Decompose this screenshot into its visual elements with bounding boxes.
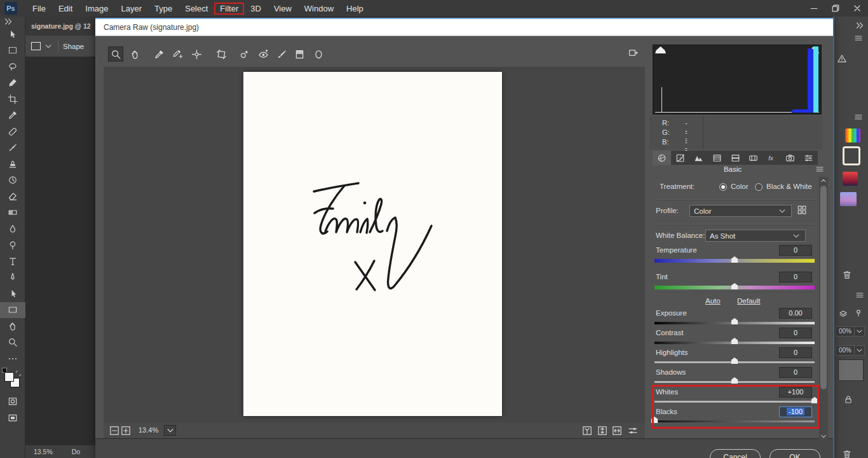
treatment-bw-radio[interactable]: [755, 183, 763, 191]
tab-basic[interactable]: [653, 151, 671, 165]
transform-tool[interactable]: [214, 46, 229, 62]
chevron-down-icon[interactable]: [855, 326, 865, 337]
shape-mode-dropdown[interactable]: Shape: [63, 43, 84, 50]
treatment-bw-label[interactable]: Black & White: [766, 183, 812, 190]
blacks-slider-track[interactable]: [654, 420, 815, 422]
temperature-value-field[interactable]: 0: [779, 245, 812, 256]
type-tool[interactable]: [0, 253, 25, 270]
menu-select[interactable]: Select: [179, 3, 214, 15]
dodge-tool[interactable]: [0, 237, 25, 254]
lasso-tool[interactable]: [0, 59, 25, 75]
hand-tool[interactable]: [0, 318, 25, 335]
scroll-down-icon[interactable]: [819, 433, 828, 440]
foreground-color-swatch[interactable]: [4, 372, 14, 382]
chevron-down-icon[interactable]: [43, 41, 53, 52]
expand-panels-icon[interactable]: [855, 20, 865, 31]
rectangle-tool-preset-icon[interactable]: [31, 42, 41, 50]
highlights-slider-thumb[interactable]: [731, 357, 738, 364]
history-brush-tool[interactable]: [0, 172, 25, 189]
gradient-tool[interactable]: [0, 205, 25, 221]
red-eye-tool[interactable]: [255, 46, 271, 62]
spot-removal-tool[interactable]: [236, 46, 252, 62]
panel-menu-icon[interactable]: [815, 164, 825, 174]
menu-type[interactable]: Type: [148, 3, 179, 15]
healing-brush-tool[interactable]: [0, 123, 25, 140]
chevron-down-icon[interactable]: [855, 345, 865, 356]
blacks-slider-thumb[interactable]: [651, 417, 658, 423]
document-tab[interactable]: signature.jpg @ 12: [25, 17, 95, 36]
highlights-slider-track[interactable]: [654, 361, 815, 363]
eraser-tool[interactable]: [0, 188, 25, 205]
color-sampler-tool[interactable]: [170, 46, 185, 62]
gradient-swatch-white[interactable]: [843, 146, 860, 165]
contrast-slider-track[interactable]: [654, 342, 815, 344]
shadows-slider-thumb[interactable]: [731, 377, 738, 384]
tab-presets[interactable]: [799, 151, 818, 165]
contrast-value-field[interactable]: 0: [779, 328, 812, 338]
layer-thumbnail[interactable]: [838, 359, 864, 381]
preview-preferences-icon[interactable]: [628, 426, 638, 436]
shadow-clipping-icon[interactable]: [655, 46, 666, 53]
profile-browser-icon[interactable]: [797, 205, 807, 215]
gradient-swatch-purple[interactable]: [840, 192, 857, 206]
tab-camera-calibration[interactable]: [781, 151, 799, 165]
layers-icon[interactable]: [838, 309, 848, 319]
default-link[interactable]: Default: [737, 297, 760, 305]
fill-value[interactable]: 00%: [836, 345, 855, 356]
quick-selection-tool[interactable]: [0, 75, 25, 92]
path-selection-tool[interactable]: [0, 286, 25, 302]
quick-mask-button[interactable]: [0, 394, 25, 410]
treatment-color-label[interactable]: Color: [731, 183, 748, 190]
scroll-up-icon[interactable]: [819, 177, 828, 184]
radial-filter-tool[interactable]: [311, 46, 326, 62]
panel-menu-icon[interactable]: [853, 112, 864, 122]
delete-layer-icon[interactable]: [842, 449, 852, 458]
exposure-slider-thumb[interactable]: [731, 318, 738, 324]
image-preview-area[interactable]: [104, 67, 645, 423]
minimize-button[interactable]: [803, 0, 825, 17]
gradient-swatch-red[interactable]: [843, 172, 858, 186]
menu-3d[interactable]: 3D: [244, 3, 268, 15]
gradient-swatch-rainbow[interactable]: [845, 128, 860, 142]
rectangle-tool[interactable]: [0, 302, 25, 319]
swap-before-after-button[interactable]: [612, 426, 622, 436]
whites-slider-track[interactable]: [654, 401, 815, 403]
zoom-out-button[interactable]: [109, 426, 119, 436]
ellipsis-tool[interactable]: [0, 350, 25, 367]
crop-tool[interactable]: [0, 91, 25, 108]
tab-tone-curve[interactable]: [671, 151, 689, 165]
menu-file[interactable]: File: [26, 3, 52, 15]
menu-filter[interactable]: Filter: [214, 3, 244, 15]
restore-button[interactable]: [825, 0, 846, 17]
move-tool[interactable]: [0, 26, 25, 43]
screen-mode-button[interactable]: [0, 410, 25, 426]
zoom-level-dropdown[interactable]: [164, 425, 176, 436]
before-after-y-button[interactable]: [582, 426, 592, 436]
tint-value-field[interactable]: 0: [779, 272, 812, 282]
zoom-tool[interactable]: [0, 335, 25, 351]
tint-slider-thumb[interactable]: [731, 283, 738, 289]
tab-lens-corrections[interactable]: [744, 151, 763, 165]
auto-link[interactable]: Auto: [705, 297, 721, 305]
adjustment-brush-tool[interactable]: [274, 46, 289, 62]
graduated-filter-tool[interactable]: [292, 46, 307, 62]
pin-icon[interactable]: [853, 308, 864, 318]
profile-dropdown[interactable]: Color: [689, 205, 792, 217]
tab-effects[interactable]: fx: [763, 151, 781, 165]
zoom-in-button[interactable]: [121, 426, 131, 436]
tab-detail[interactable]: [689, 151, 708, 165]
menu-help[interactable]: Help: [340, 3, 370, 15]
scrollbar-thumb[interactable]: [820, 186, 827, 389]
temperature-slider-track[interactable]: [654, 259, 815, 263]
hand-tool[interactable]: [127, 46, 142, 62]
marquee-tool[interactable]: [0, 43, 25, 59]
shadows-slider-track[interactable]: [654, 381, 815, 383]
lock-icon[interactable]: [843, 394, 853, 405]
menu-edit[interactable]: Edit: [52, 3, 79, 15]
menu-window[interactable]: Window: [298, 3, 340, 15]
whites-value-field[interactable]: +100: [779, 387, 812, 398]
pen-tool[interactable]: [0, 270, 25, 286]
white-balance-dropdown[interactable]: As Shot: [705, 230, 806, 242]
exposure-slider-track[interactable]: [654, 322, 815, 324]
panel-menu-icon[interactable]: [855, 290, 865, 300]
